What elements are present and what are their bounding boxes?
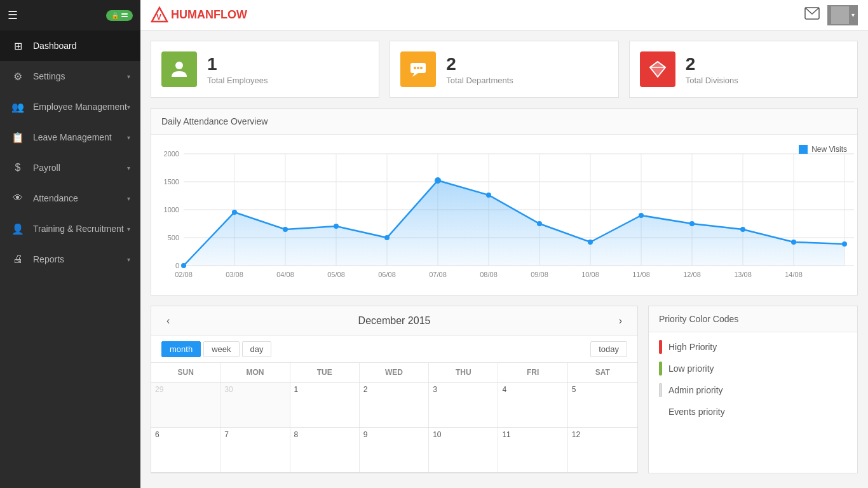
svg-point-6 [414,67,416,69]
employees-icon [161,51,197,87]
svg-text:04/08: 04/08 [276,271,294,278]
events-priority-bar [659,405,662,419]
admin-priority-label: Admin priority [668,385,723,395]
chart-area [184,180,844,266]
chevron-down-icon: ▾ [127,256,130,263]
logo-human: HUMAN [171,8,214,21]
svg-text:0: 0 [175,262,179,269]
hamburger-icon[interactable]: ☰ [8,8,18,22]
content-area: 1 Total Employees 2 Total Departm [140,30,868,488]
svg-text:2000: 2000 [164,150,179,158]
priority-item-events: Events priority [659,405,847,419]
calendar-cell[interactable]: 30 [220,383,290,427]
dashboard-icon: ⊞ [10,38,25,53]
calendar-week-button[interactable]: week [203,341,239,357]
day-name-thu: THU [429,363,498,382]
mail-button[interactable] [804,7,820,23]
calendar-cell[interactable]: 3 [429,383,498,427]
sidebar-item-leave-management[interactable]: 📋 Leave Management ▾ [0,122,140,152]
bottom-row: ‹ December 2015 › month week day today S… [151,306,858,473]
user-menu-button[interactable]: ▾ [827,5,858,25]
svg-text:11/08: 11/08 [632,271,650,278]
user-avatar [831,6,849,24]
priority-item-high: High Priority [659,340,847,354]
chart-point [181,263,186,268]
logo-text: HUMANFLOW [171,8,247,22]
svg-text:05/08: 05/08 [327,271,345,278]
calendar-today-button[interactable]: today [590,341,627,357]
sidebar-item-label: Settings [33,71,127,81]
priority-list: High Priority Low priority Admin priorit… [649,332,857,426]
chart-point [486,193,491,198]
toggle-lines [121,13,128,17]
chart-point [334,224,339,229]
chart-point [384,235,390,240]
leave-icon: 📋 [10,130,25,145]
calendar-cell[interactable]: 12 [568,428,637,472]
calendar-controls: month week day today [151,336,637,363]
calendar-days-header: SUN MON TUE WED THU FRI SAT [151,363,637,383]
sidebar-top: ☰ 🔒 [0,0,140,30]
chart-point [435,177,441,184]
calendar-cell[interactable]: 4 [498,383,567,427]
svg-text:10/08: 10/08 [581,271,599,278]
calendar-cell[interactable]: 29 [151,383,220,427]
stats-row: 1 Total Employees 2 Total Departm [151,41,858,98]
departments-icon [400,51,436,87]
sidebar-item-settings[interactable]: ⚙ Settings ▾ [0,61,140,92]
priority-item-admin: Admin priority [659,383,847,397]
calendar-cell[interactable]: 10 [429,428,498,472]
svg-text:08/08: 08/08 [480,271,498,278]
chevron-down-icon: ▾ [127,73,130,80]
sidebar-item-attendance[interactable]: 👁 Attendance ▾ [0,183,140,214]
svg-text:12/08: 12/08 [683,271,701,278]
calendar-prev-button[interactable]: ‹ [161,313,175,329]
chart-point [232,210,237,215]
calendar-month-button[interactable]: month [161,341,201,357]
day-name-wed: WED [360,363,429,382]
sidebar-item-training[interactable]: 👤 Training & Recruitment ▾ [0,214,140,244]
sidebar-item-reports[interactable]: 🖨 Reports ▾ [0,244,140,274]
employee-icon: 👥 [10,99,25,114]
chevron-down-icon: ▾ [127,195,130,202]
low-priority-label: Low priority [668,363,714,374]
priority-item-low: Low priority [659,362,847,376]
chart-header: Daily Attendance Overview [151,109,857,135]
calendar-next-button[interactable]: › [614,313,627,329]
total-divisions-label: Total Divisions [686,76,738,85]
calendar-cell[interactable]: 2 [360,383,429,427]
calendar-view-buttons: month week day [161,341,271,357]
calendar-day-button[interactable]: day [242,341,272,357]
calendar-cell[interactable]: 7 [220,428,290,472]
sidebar-nav: ⊞ Dashboard ⚙ Settings ▾ 👥 Employee Mana… [0,30,140,488]
chart-point [588,240,593,245]
day-name-sun: SUN [151,363,220,382]
calendar-cell[interactable]: 11 [498,428,567,472]
svg-text:02/08: 02/08 [175,271,193,278]
sidebar-item-employee-management[interactable]: 👥 Employee Management ▾ [0,92,140,122]
svg-text:V: V [156,13,161,22]
chart-svg-container: New Visits 2000 1500 1000 500 0 [161,145,847,285]
priority-header: Priority Color Codes [649,306,857,332]
sidebar-item-payroll[interactable]: $ Payroll ▾ [0,152,140,183]
high-priority-label: High Priority [668,342,717,352]
calendar-cell[interactable]: 6 [151,428,220,472]
calendar-nav: ‹ December 2015 › [151,306,637,336]
calendar-cell[interactable]: 8 [290,428,360,472]
svg-point-7 [417,67,419,69]
diamond-icon [648,60,667,79]
sidebar-item-dashboard[interactable]: ⊞ Dashboard [0,30,140,61]
attendance-chart: 2000 1500 1000 500 0 [161,145,860,285]
legend-label: New Visits [811,145,847,154]
calendar-cell[interactable]: 9 [360,428,429,472]
settings-icon: ⚙ [10,69,25,84]
stat-info-employees: 1 Total Employees [207,53,268,86]
chart-point [740,227,745,232]
calendar-cell[interactable]: 1 [290,383,360,427]
sidebar-item-label: Reports [33,254,127,264]
total-employees-number: 1 [207,53,268,75]
header-right: ▾ [804,5,858,25]
svg-marker-10 [650,62,665,77]
calendar-cell[interactable]: 5 [568,383,637,427]
toggle-button[interactable]: 🔒 [106,10,133,21]
